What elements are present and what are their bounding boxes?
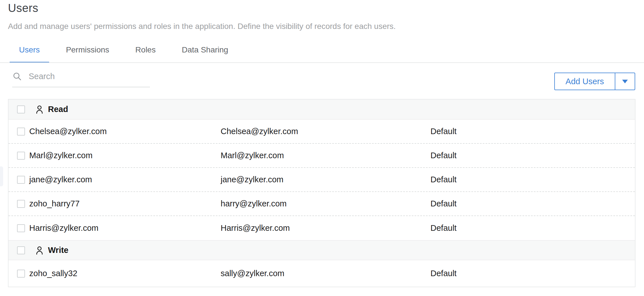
row-checkbox[interactable] <box>17 224 25 232</box>
table-row[interactable]: zoho_sally32 sally@zylker.com Default <box>9 260 635 287</box>
add-users-dropdown-button[interactable] <box>615 73 635 90</box>
group-label: Read <box>48 105 68 114</box>
user-name: jane@zylker.com <box>29 175 221 184</box>
search-icon <box>12 71 22 81</box>
user-email: sally@zylker.com <box>221 269 430 278</box>
search-box <box>12 71 150 87</box>
user-name: Marl@zylker.com <box>29 151 221 160</box>
person-icon <box>35 246 44 255</box>
side-panel-handle[interactable] <box>0 166 3 186</box>
table-row[interactable]: Harris@zylker.com Harris@zylker.com Defa… <box>9 216 635 240</box>
table-row[interactable]: zoho_harry77 harry@zylker.com Default <box>9 192 635 216</box>
row-checkbox[interactable] <box>17 200 25 208</box>
tabs-divider <box>0 62 644 63</box>
user-email: Marl@zylker.com <box>221 151 430 160</box>
page-title: Users <box>8 2 396 14</box>
user-role: Default <box>430 223 635 233</box>
user-role: Default <box>430 151 635 160</box>
group-header-write: Write <box>9 240 635 260</box>
tabs-bar: Users Permissions Roles Data Sharing <box>10 45 245 62</box>
users-settings-page: Users Add and manage users' permissions … <box>0 0 644 296</box>
row-checkbox[interactable] <box>17 152 25 160</box>
user-name: zoho_sally32 <box>29 269 221 278</box>
tab-roles[interactable]: Roles <box>126 45 165 62</box>
row-checkbox[interactable] <box>17 176 25 184</box>
tab-users[interactable]: Users <box>10 45 49 62</box>
page-subtitle: Add and manage users' permissions and ro… <box>8 22 396 31</box>
table-row[interactable]: Chelsea@zylker.com Chelsea@zylker.com De… <box>9 120 635 144</box>
group-header-read: Read <box>9 100 635 120</box>
user-role: Default <box>430 175 635 184</box>
group-label: Write <box>48 246 68 255</box>
add-users-button[interactable]: Add Users <box>555 73 615 90</box>
row-checkbox[interactable] <box>17 270 25 278</box>
user-email: harry@zylker.com <box>221 199 430 208</box>
user-email: Harris@zylker.com <box>221 223 430 233</box>
user-email: jane@zylker.com <box>221 175 430 184</box>
search-input[interactable] <box>29 72 137 81</box>
user-name: Harris@zylker.com <box>29 223 221 233</box>
chevron-down-icon <box>622 80 628 83</box>
user-email: Chelsea@zylker.com <box>221 127 430 136</box>
user-role: Default <box>430 269 635 278</box>
person-icon <box>35 105 44 114</box>
tab-permissions[interactable]: Permissions <box>57 45 118 62</box>
user-role: Default <box>430 127 635 136</box>
row-checkbox[interactable] <box>17 128 25 136</box>
users-table: Read Chelsea@zylker.com Chelsea@zylker.c… <box>8 99 635 287</box>
user-role: Default <box>430 199 635 208</box>
table-row[interactable]: Marl@zylker.com Marl@zylker.com Default <box>9 144 635 168</box>
group-select-checkbox[interactable] <box>17 246 25 254</box>
page-header: Users Add and manage users' permissions … <box>8 2 396 31</box>
group-select-checkbox[interactable] <box>17 105 25 113</box>
user-name: Chelsea@zylker.com <box>29 127 221 136</box>
add-users-split-button: Add Users <box>554 73 635 90</box>
user-name: zoho_harry77 <box>29 199 221 208</box>
table-row[interactable]: jane@zylker.com jane@zylker.com Default <box>9 168 635 192</box>
tab-data-sharing[interactable]: Data Sharing <box>172 45 237 62</box>
